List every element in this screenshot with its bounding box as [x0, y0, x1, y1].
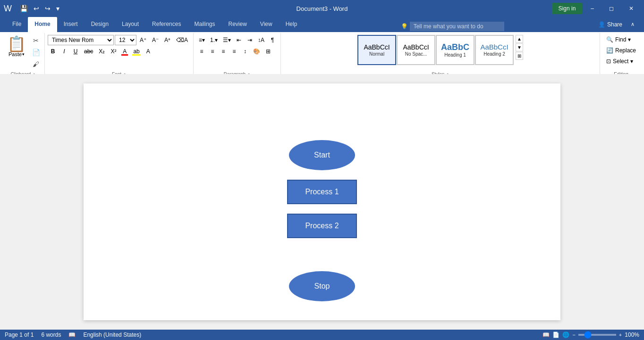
restore-button[interactable]: ◻ — [602, 2, 620, 15]
style-heading2-preview: AaBbCcI — [480, 43, 508, 50]
highlight-color-button[interactable]: ab — [131, 46, 142, 57]
align-center-button[interactable]: ≡ — [207, 46, 218, 57]
justify-button[interactable]: ≡ — [229, 46, 239, 57]
tell-me-input[interactable] — [410, 22, 504, 31]
show-paragraph-button[interactable]: ¶ — [267, 35, 278, 45]
process1-shape[interactable]: Process 1 — [287, 180, 357, 204]
cut-button[interactable]: ✂ — [30, 35, 42, 46]
status-left: Page 1 of 1 6 words 📖 English (United St… — [5, 332, 141, 338]
italic-button[interactable]: I — [59, 46, 69, 57]
tab-review[interactable]: Review — [221, 17, 253, 32]
web-layout-button[interactable]: 🌐 — [562, 332, 569, 338]
underline-button[interactable]: U — [70, 46, 81, 57]
style-no-space[interactable]: AaBbCcI No Spac... — [397, 35, 435, 65]
replace-label: Replace — [615, 47, 636, 54]
font-grow-button[interactable]: A⁺ — [137, 35, 149, 45]
tab-file[interactable]: File — [6, 17, 28, 32]
copy-button[interactable]: 📄 — [30, 47, 42, 58]
tab-help[interactable]: Help — [279, 17, 304, 32]
style-more-button[interactable]: ⊞ — [516, 52, 523, 60]
ribbon-collapse-button[interactable]: ∧ — [624, 18, 641, 30]
select-button[interactable]: ⊡ Select ▾ — [603, 57, 636, 66]
close-button[interactable]: ✕ — [622, 2, 640, 15]
tab-design[interactable]: Design — [85, 17, 115, 32]
style-scroll-up-button[interactable]: ▲ — [516, 35, 523, 43]
find-button[interactable]: 🔍 Find ▾ — [603, 35, 634, 44]
decrease-indent-button[interactable]: ⇤ — [234, 35, 244, 45]
strikethrough-button[interactable]: abc — [82, 46, 95, 57]
superscript-button[interactable]: X² — [108, 46, 119, 57]
title-bar-right: Sign in – ◻ ✕ — [552, 2, 640, 15]
find-arrow: ▾ — [628, 36, 631, 43]
zoom-in-icon[interactable]: + — [619, 332, 622, 338]
font-group: Times New Rom 12 A⁺ A⁻ Aᵃ ⌫A B I U abc X… — [45, 33, 194, 78]
numbering-button[interactable]: 1.▾ — [208, 35, 220, 45]
paste-icon: 📋 — [7, 36, 26, 51]
replace-button[interactable]: 🔄 Replace — [603, 46, 639, 55]
redo-button[interactable]: ↪ — [42, 4, 53, 13]
font-shrink-button[interactable]: A⁻ — [150, 35, 161, 45]
para-row-1: ≡▾ 1.▾ ☰▾ ⇤ ⇥ ↕A ¶ — [196, 35, 278, 45]
zoom-level[interactable]: 100% — [625, 332, 639, 338]
document-area[interactable]: Start Process 1 Process 2 Stop — [0, 74, 644, 330]
minimize-button[interactable]: – — [584, 2, 601, 15]
status-right: 📖 📄 🌐 − + 100% — [542, 332, 639, 338]
print-layout-button[interactable]: 📄 — [552, 332, 559, 338]
share-icon: 👤 — [598, 21, 605, 28]
font-row-2: B I U abc X₂ X² A ab A — [48, 46, 153, 57]
sign-in-button[interactable]: Sign in — [552, 3, 583, 14]
style-scroll-down-button[interactable]: ▼ — [516, 43, 523, 51]
clipboard-small-buttons: ✂ 📄 🖌 — [30, 35, 42, 70]
font-size-select[interactable]: 12 — [115, 35, 136, 45]
zoom-slider[interactable] — [578, 334, 616, 336]
zoom-out-icon[interactable]: − — [572, 332, 575, 338]
tab-insert[interactable]: Insert — [57, 17, 85, 32]
borders-button[interactable]: ⊞ — [263, 46, 273, 57]
tab-references[interactable]: References — [145, 17, 187, 32]
paste-button[interactable]: 📋 Paste ▾ — [5, 35, 28, 58]
align-right-button[interactable]: ≡ — [218, 46, 229, 57]
style-heading1-preview: AaBbC — [441, 43, 469, 51]
read-mode-button[interactable]: 📖 — [542, 332, 550, 338]
paragraph-group: ≡▾ 1.▾ ☰▾ ⇤ ⇥ ↕A ¶ ≡ ≡ ≡ ≡ ↕ 🎨 ⊞ Paragra… — [194, 33, 281, 78]
style-gallery: AaBbCcI Normal AaBbCcI No Spac... AaBbC … — [357, 35, 514, 65]
multilevel-list-button[interactable]: ☰▾ — [220, 35, 233, 45]
proofing-icon[interactable]: 📖 — [68, 332, 76, 338]
process2-label: Process 2 — [305, 222, 339, 230]
tab-mailings[interactable]: Mailings — [187, 17, 221, 32]
customize-quick-access-button[interactable]: ▾ — [54, 4, 62, 13]
text-effects-button[interactable]: A — [143, 46, 153, 57]
sort-button[interactable]: ↕A — [255, 35, 267, 45]
tell-me-box[interactable]: 💡 — [401, 22, 504, 31]
tab-layout[interactable]: Layout — [115, 17, 145, 32]
style-normal[interactable]: AaBbCcI Normal — [357, 35, 396, 65]
subscript-button[interactable]: X₂ — [96, 46, 107, 57]
increase-indent-button[interactable]: ⇥ — [245, 35, 255, 45]
start-shape[interactable]: Start — [289, 140, 355, 170]
quick-access-toolbar: 💾 ↩ ↪ ▾ — [17, 4, 62, 13]
style-no-space-preview: AaBbCcI — [403, 44, 429, 50]
para-row-2: ≡ ≡ ≡ ≡ ↕ 🎨 ⊞ — [196, 46, 273, 57]
replace-icon: 🔄 — [606, 47, 613, 54]
bullets-button[interactable]: ≡▾ — [196, 35, 207, 45]
font-color-button[interactable]: A — [119, 46, 130, 57]
format-painter-button[interactable]: 🖌 — [30, 58, 42, 70]
share-label[interactable]: Share — [607, 21, 622, 28]
ribbon-tabs-container: File Home Insert Design Layout Reference… — [0, 17, 644, 32]
save-button[interactable]: 💾 — [17, 4, 30, 13]
stop-shape[interactable]: Stop — [289, 271, 355, 301]
undo-button[interactable]: ↩ — [31, 4, 42, 13]
style-heading2[interactable]: AaBbCcI Heading 2 — [475, 35, 514, 65]
clear-formatting-button[interactable]: ⌫A — [174, 35, 190, 45]
process2-shape[interactable]: Process 2 — [287, 214, 357, 238]
shading-button[interactable]: 🎨 — [251, 46, 263, 57]
style-heading1[interactable]: AaBbC Heading 1 — [436, 35, 475, 65]
tab-view[interactable]: View — [254, 17, 279, 32]
align-left-button[interactable]: ≡ — [196, 46, 207, 57]
font-family-select[interactable]: Times New Rom — [48, 35, 114, 45]
line-spacing-button[interactable]: ↕ — [240, 46, 250, 57]
bold-button[interactable]: B — [48, 46, 58, 57]
change-case-button[interactable]: Aᵃ — [162, 35, 173, 45]
language-info[interactable]: English (United States) — [83, 332, 141, 338]
tab-home[interactable]: Home — [28, 17, 57, 32]
